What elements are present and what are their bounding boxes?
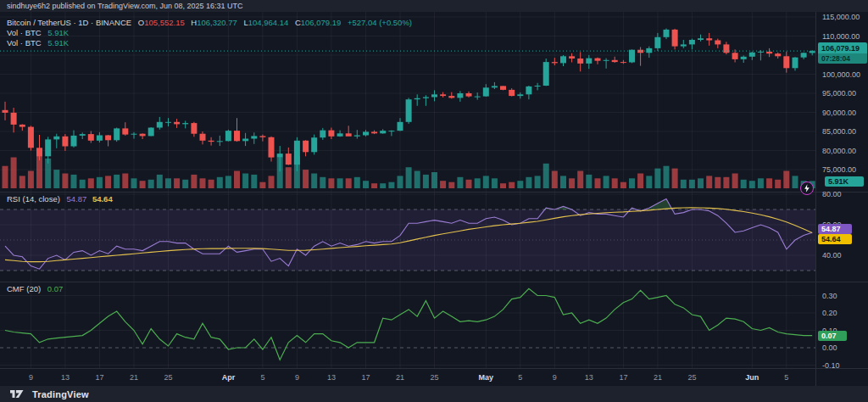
volume-legend-row[interactable]: Vol · BTC 5.91K <box>7 28 412 38</box>
candle-body <box>354 136 360 137</box>
publish-info: sindhuye6h2 published on TradingView.com… <box>7 2 243 10</box>
volume-bar <box>200 178 206 188</box>
rsi-pane[interactable] <box>0 192 815 282</box>
rsi-legend[interactable]: RSI (14, close) 54.87 54.64 <box>7 194 113 204</box>
candle-body <box>398 122 403 131</box>
volume-bar <box>517 181 523 188</box>
candle-body <box>483 87 489 96</box>
volume-bar <box>483 176 489 188</box>
time-tick-label: 17 <box>353 373 379 382</box>
candle-body <box>775 53 781 56</box>
volume-bar <box>148 180 154 188</box>
candle-body <box>535 86 541 87</box>
time-tick-label: 5 <box>508 373 533 382</box>
volume-bar <box>225 176 231 188</box>
volume-bar <box>509 182 515 188</box>
time-tick-label: 5 <box>774 373 799 382</box>
volume-bar <box>577 171 583 189</box>
high-value: 106,320.77 <box>197 18 237 27</box>
cmf-pane[interactable] <box>0 282 815 368</box>
candle-body <box>509 90 515 96</box>
axis-label: 0.30 <box>822 292 837 300</box>
candle-body <box>793 58 798 69</box>
candle-body <box>500 86 506 90</box>
candle-body <box>380 131 386 133</box>
candle-body <box>595 59 601 61</box>
bar-countdown: 07:28:04 <box>818 53 867 64</box>
volume-bar <box>71 175 77 188</box>
pane-separator[interactable] <box>0 192 868 193</box>
candle-body <box>320 131 326 138</box>
candle-body <box>200 134 206 141</box>
cmf-legend[interactable]: CMF (20) 0.07 <box>7 284 63 293</box>
candle-body <box>62 137 68 147</box>
time-axis[interactable]: 913172125Apr5913172125May5913172125Jun5 <box>0 368 815 386</box>
candle-body <box>157 122 163 128</box>
volume-bar <box>500 183 506 188</box>
symbol-row[interactable]: Bitcoin / TetherUS · 1D · BINANCE O105,5… <box>7 18 412 28</box>
candle-body <box>131 134 137 135</box>
rsi-ma-value: 54.64 <box>92 194 113 204</box>
volume-bar <box>363 181 369 188</box>
candle-body <box>466 93 472 97</box>
volume-bar <box>209 180 214 188</box>
volume-legend-row[interactable]: Vol · BTC 5.91K <box>7 38 412 48</box>
pane-separator[interactable] <box>0 282 868 282</box>
volume-bar <box>388 182 394 188</box>
last-price-value: 106,079.19 <box>818 42 867 53</box>
volume-bar <box>234 171 240 189</box>
volume-bar <box>543 164 549 188</box>
symbol-title[interactable]: Bitcoin / TetherUS · 1D · BINANCE <box>7 18 131 27</box>
candle-body <box>251 136 257 138</box>
volume-bar <box>783 171 789 189</box>
volume-bar <box>406 167 412 188</box>
volume-bar <box>723 177 729 188</box>
axis-label: 80,000.00 <box>822 147 856 155</box>
volume-bar <box>766 178 772 188</box>
last-price-badge[interactable]: 106,079.19 07:28:04 <box>818 42 867 64</box>
price-axis-column[interactable]: 106,079.19 07:28:04 5.91K 54.87 54.64 0.… <box>815 12 868 386</box>
boost-flash-icon[interactable] <box>800 181 814 195</box>
candle-body <box>689 40 695 44</box>
volume-label: Vol · BTC <box>7 28 42 37</box>
volume-bar <box>354 177 360 188</box>
volume-bar <box>88 178 94 188</box>
volume-bar <box>62 174 68 189</box>
volume-bar <box>415 171 420 189</box>
time-tick-label: 9 <box>284 373 309 382</box>
candle-body <box>629 50 635 63</box>
volume-bar <box>741 180 747 188</box>
price-legend: Bitcoin / TetherUS · 1D · BINANCE O105,5… <box>7 18 412 48</box>
time-tick-label: 9 <box>542 373 567 382</box>
candle-body <box>492 86 498 87</box>
candle-body <box>706 38 712 40</box>
volume-bar <box>191 175 197 188</box>
volume-bar <box>569 178 575 188</box>
candle-body <box>209 141 214 142</box>
candle-body <box>114 128 120 140</box>
volume-bar <box>620 182 626 188</box>
rsi-badge: 54.87 <box>818 224 852 234</box>
candle-body <box>371 131 377 133</box>
volume-bar <box>131 178 137 188</box>
volume-bar <box>380 183 386 188</box>
volume-bar <box>371 183 377 188</box>
candle-body <box>259 136 265 137</box>
candle-body <box>45 139 51 156</box>
axis-label: 0.00 <box>822 343 837 352</box>
volume-bar <box>242 174 248 189</box>
chart-area[interactable]: Bitcoin / TetherUS · 1D · BINANCE O105,5… <box>0 12 868 386</box>
time-tick-label: May <box>473 373 498 382</box>
candle-body <box>637 50 643 53</box>
candle-body <box>140 134 146 137</box>
candle-body <box>569 56 575 59</box>
rsi-ma-badge: 54.64 <box>818 234 852 244</box>
volume-bar <box>259 182 265 188</box>
volume-bar <box>182 180 188 188</box>
candle-body <box>741 57 747 59</box>
candle-body <box>388 131 394 131</box>
cmf-value: 0.07 <box>47 284 64 293</box>
candle-body <box>182 123 188 124</box>
close-value: 106,079.19 <box>301 18 342 27</box>
volume-bar <box>328 178 334 188</box>
